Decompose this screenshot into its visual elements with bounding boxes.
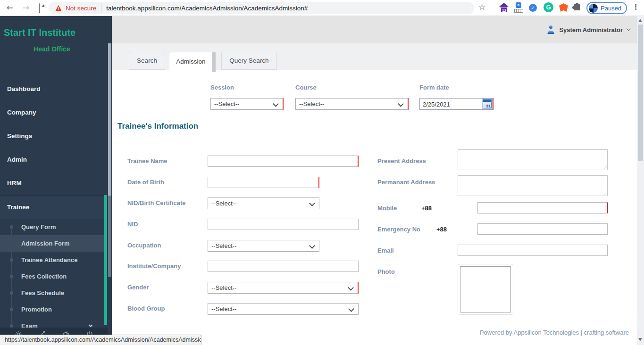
sidebar-item-trainee[interactable]: Trainee	[0, 195, 104, 219]
nid-input[interactable]	[208, 219, 359, 230]
active-section-accent-bar	[104, 195, 107, 325]
submenu-item-trainee-attendance[interactable]: Trainee Attendance	[0, 252, 104, 268]
occupation-select[interactable]: --Select--	[208, 240, 319, 252]
sidebar-item-hrm[interactable]: HRM	[0, 172, 104, 195]
browser-window: ← → Not secure talentbook.appsilicon.com…	[0, 0, 644, 345]
scroll-down-arrow-icon[interactable]	[638, 338, 642, 341]
profile-avatar	[589, 4, 598, 13]
extension-ruler-icon[interactable]: a	[514, 3, 523, 13]
user-name: System Administrator	[559, 26, 623, 33]
page-scrollbar[interactable]	[637, 16, 644, 345]
extension-check-icon[interactable]: ✓	[529, 4, 537, 12]
present-address-label: Present Address	[377, 157, 426, 164]
date-of-birth-label: Date of Birth	[127, 179, 164, 186]
reload-icon[interactable]	[39, 4, 46, 11]
photo-upload-box[interactable]	[458, 264, 513, 315]
url-text: talentbook.appsilicon.com/AcademicsAdmis…	[106, 5, 308, 12]
emergency-no-label: Emergency No	[377, 226, 420, 233]
form-date-input[interactable]: 2/25/2021 31	[419, 98, 493, 110]
omnibox-divider	[101, 4, 101, 12]
submenu-item-promotion[interactable]: Promotion	[0, 301, 104, 318]
trainee-submenu: Query Form Admission Form Trainee Attend…	[0, 219, 104, 334]
profile-paused-button[interactable]: Paused	[586, 2, 627, 14]
course-label: Course	[295, 84, 317, 91]
grammarly-icon[interactable]: G	[544, 2, 553, 12]
not-secure-label: Not secure	[66, 5, 96, 12]
gender-label: Gender	[127, 284, 149, 291]
submenu-item-admission-form[interactable]: Admission Form	[0, 235, 104, 252]
sidebar: Start IT Institute Head Office Dashboard…	[0, 16, 112, 345]
photo-placeholder	[460, 266, 511, 312]
top-header-bar: System Administrator	[112, 16, 637, 43]
section-title: Trainee's Information	[117, 122, 198, 131]
nid-birth-certificate-select[interactable]: --Select--	[208, 197, 319, 209]
permanant-address-label: Permanant Address	[377, 179, 435, 186]
emergency-no-input[interactable]	[477, 223, 608, 235]
form-date-label: Form date	[419, 84, 449, 91]
main-panel: System Administrator Search Admission Qu…	[112, 16, 637, 345]
user-avatar-icon	[547, 25, 555, 34]
chevron-down-icon	[627, 27, 630, 31]
course-select[interactable]: --Select--	[295, 98, 409, 110]
brand-subtitle: Head Office	[0, 45, 104, 53]
not-secure-warning-icon[interactable]	[55, 5, 62, 11]
sidebar-item-company[interactable]: Company	[0, 101, 104, 124]
status-bar-url: https://talentbook.appsilicon.com/Academ…	[0, 335, 201, 345]
sidebar-item-admin[interactable]: Admin	[0, 148, 104, 172]
sidebar-scrollbar-thumb[interactable]	[108, 196, 111, 277]
submenu-item-query-form[interactable]: Query Form	[0, 219, 104, 235]
submenu-item-fees-schedule[interactable]: Fees Schedule	[0, 285, 104, 301]
blood-group-label: Blood Group	[127, 305, 165, 312]
scrollbar-thumb[interactable]	[638, 25, 643, 161]
session-select[interactable]: --Select--	[210, 98, 284, 110]
date-of-birth-input[interactable]	[208, 177, 319, 188]
user-menu[interactable]: System Administrator	[547, 16, 630, 43]
mobile-label: Mobile	[377, 205, 397, 212]
present-address-textarea[interactable]	[458, 149, 608, 170]
sidebar-item-dashboard[interactable]: Dashboard	[0, 77, 104, 101]
nid-label: NID	[127, 221, 138, 228]
mobile-prefix: +88	[421, 205, 432, 212]
blood-group-select[interactable]: --Select--	[208, 303, 359, 315]
brand-title: Start IT Institute	[4, 27, 75, 38]
trainee-name-input[interactable]	[208, 156, 359, 167]
extension-fox-icon[interactable]	[559, 3, 568, 12]
sidebar-nav: Dashboard Company Settings Admin HRM Tra…	[0, 77, 104, 219]
occupation-label: Occupation	[127, 242, 161, 249]
tab-admission[interactable]: Admission	[169, 52, 216, 72]
mobile-input[interactable]	[477, 202, 608, 214]
submenu-item-fees-collection[interactable]: Fees Collection	[0, 268, 104, 285]
trainee-name-label: Trainee Name	[127, 157, 167, 164]
sidebar-scrollbar-track[interactable]	[108, 43, 111, 196]
emergency-prefix: +88	[436, 226, 447, 233]
tab-search[interactable]: Search	[129, 52, 165, 70]
nid-birth-certificate-label: NID/Birth Certificate	[127, 199, 186, 206]
bookmark-star-icon[interactable]: ☆	[478, 2, 485, 12]
email-input[interactable]	[458, 245, 608, 256]
calendar-icon[interactable]: 31	[482, 99, 493, 109]
back-icon[interactable]: ←	[4, 2, 16, 14]
sidebar-item-settings[interactable]: Settings	[0, 124, 104, 148]
extensions-puzzle-icon[interactable]	[574, 4, 580, 10]
photo-label: Photo	[377, 268, 395, 275]
scroll-up-arrow-icon[interactable]	[638, 19, 642, 22]
extension-house-icon[interactable]: 12	[499, 3, 509, 12]
tab-query-search[interactable]: Query Search	[221, 52, 277, 70]
email-label: Email	[377, 247, 394, 254]
forward-icon[interactable]: →	[20, 2, 32, 14]
browser-menu-icon[interactable]: ⋮	[632, 3, 639, 11]
institute-company-input[interactable]	[208, 261, 359, 272]
session-label: Session	[210, 84, 234, 91]
chevron-down-icon	[89, 323, 92, 327]
gender-select[interactable]: --Select--	[208, 282, 359, 294]
permanant-address-textarea[interactable]	[458, 175, 608, 196]
powered-by-text: Powered by Appsilicon Technologies | cra…	[480, 329, 629, 336]
browser-toolbar: ← → Not secure talentbook.appsilicon.com…	[0, 0, 644, 16]
address-bar[interactable]: Not secure talentbook.appsilicon.com/Aca…	[49, 2, 474, 14]
institute-company-label: Institute/Company	[127, 263, 181, 270]
